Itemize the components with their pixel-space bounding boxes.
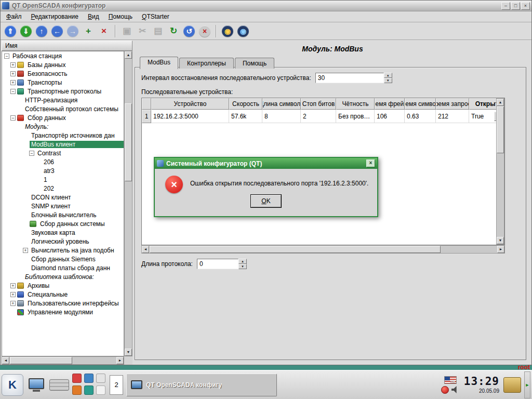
tray-klipper-icon[interactable] [441,386,449,394]
tree-item[interactable]: −Рабочая станция [2,51,124,60]
column-header-1[interactable]: Скорость [229,98,262,110]
tray-package-icon[interactable] [503,377,521,393]
expand-icon[interactable]: + [23,248,28,253]
tree-item[interactable]: Собственный протокол системы [2,104,124,113]
clock[interactable]: 13:29 20.05.09 [464,376,499,394]
tree-item[interactable]: +Архивы [2,281,124,290]
row-header[interactable]: 1 [142,110,151,123]
table-cell-6[interactable]: 0.63 [405,110,436,123]
close-icon[interactable]: × [521,2,530,10]
stop-icon[interactable]: × [197,24,212,38]
scroll-left-icon[interactable]: ◄ [142,246,149,253]
start-icon[interactable]: ↺ [182,24,196,38]
up-icon[interactable]: ↑ [34,24,49,38]
table-cell-4[interactable]: Без проверки [336,110,375,123]
kmenu-icon[interactable]: K [2,374,23,396]
keyboard-layout-icon[interactable]: us [444,376,457,384]
tree-item[interactable]: +Транспорты [2,78,124,87]
tree-item[interactable]: −Сбор данных [2,113,124,122]
tree-item[interactable]: atr3 [2,166,124,175]
quick-launch-icon-1[interactable] [72,374,82,383]
interval-value[interactable]: 30 [315,73,384,83]
expand-icon[interactable]: + [10,80,16,85]
dialog-close-icon[interactable]: × [366,159,375,167]
tree-item[interactable]: Сбор данных системы [2,219,124,228]
table-cell-0[interactable]: 192.16.2.3:5000 [151,110,229,123]
expand-icon[interactable]: + [10,301,16,306]
tree-item[interactable]: Управление модулями [2,308,124,316]
quick-launch-icon-5[interactable] [84,385,94,395]
expand-icon[interactable]: + [10,283,16,288]
tree-item[interactable]: Сбор данных Siemens [2,255,124,263]
column-header-6[interactable]: Время символа [405,98,436,110]
ok-button[interactable]: OK [251,195,281,207]
tree-item[interactable]: Блочный вычислитель [2,210,124,219]
scroll-right-icon[interactable]: ► [116,357,124,364]
menu-item-2[interactable]: Вид [83,11,104,22]
tree-item[interactable]: +Пользовательские интерфейсы [2,299,124,308]
tree-item[interactable]: 206 [2,157,124,166]
column-header-3[interactable]: Стоп битов [301,98,336,110]
table-cell-1[interactable]: 57.6k [229,110,262,123]
desktop-pager[interactable]: 2 [110,375,123,395]
spin-down-icon[interactable]: ▼ [238,264,247,269]
expand-icon[interactable]: + [10,62,16,68]
tab-help[interactable]: Помощь [235,58,274,69]
add-item-icon[interactable]: + [81,24,96,38]
menu-item-1[interactable]: Редактирование [26,11,83,22]
load-icon[interactable]: ⇑ [3,24,18,38]
scroll-right-icon[interactable]: ► [497,246,504,253]
table-vertical-scrollbar[interactable]: ▲ ▼ [496,98,504,245]
tree-item[interactable]: +Базы данных [2,60,124,69]
column-header-0[interactable]: Устройство [151,98,229,110]
panel-hide-button[interactable]: ► [524,371,530,398]
tree-item[interactable]: 202 [2,184,124,193]
tree-item[interactable]: ModBus клиент [2,140,124,149]
quick-launch-icon-2[interactable] [84,374,94,383]
menu-item-4[interactable]: QTStarter [137,11,174,22]
column-header-2[interactable]: Длина символа [262,98,301,110]
spin-down-icon[interactable]: ▼ [384,78,392,83]
show-desktop-icon[interactable] [26,375,46,395]
tree-item[interactable]: +Безопасность [2,69,124,78]
scroll-up-icon[interactable]: ▲ [125,51,132,59]
tree-item[interactable]: Diamond платы сбора данн [2,263,124,272]
expand-icon[interactable]: + [10,71,16,76]
minimize-icon[interactable]: – [501,2,510,10]
tree-column-header[interactable]: Имя [2,41,132,51]
tree-item[interactable]: 1 [2,175,124,184]
tree-item[interactable]: Логический уровень [2,237,124,246]
expand-icon[interactable]: + [10,292,16,297]
table-horizontal-scrollbar[interactable]: ◄ ► [141,245,505,254]
table-cell-3[interactable]: 2 [301,110,336,123]
tree-item[interactable]: Библиотека шаблонов: [2,272,124,281]
quick-launch-icon-4[interactable] [72,385,82,395]
column-header-4[interactable]: Чётность [336,98,375,110]
spin-up-icon[interactable]: ▲ [384,73,392,78]
table-cell-5[interactable]: 106 [375,110,405,123]
collapse-icon[interactable]: − [10,89,16,94]
tree-item[interactable]: Транспортёр источников дан [2,131,124,140]
tree-item[interactable]: +Вычислитель на java подобн [2,246,124,255]
tab-controllers[interactable]: Контроллеры [179,58,234,69]
scroll-down-icon[interactable]: ▼ [497,237,504,244]
scroll-left-icon[interactable]: ◄ [2,357,9,364]
dialog-titlebar[interactable]: Системный конфигуратор (QT) × [155,158,377,169]
quick-launch-icon-6[interactable] [96,385,105,395]
scroll-thumb[interactable] [125,103,132,181]
qtstarter-vision-dev-icon[interactable]: ◉ [236,24,250,38]
tree-horizontal-scrollbar[interactable]: ◄ ► [2,356,124,365]
protocol-length-value[interactable]: 0 [197,259,238,269]
volume-icon[interactable] [451,386,460,393]
collapse-icon[interactable]: − [29,151,34,156]
drawer-icon[interactable] [49,379,69,391]
maximize-icon[interactable]: □ [511,2,520,10]
tree-item[interactable]: −Транспортные протоколы [2,87,124,96]
scroll-thumb[interactable] [150,246,441,253]
tree-item[interactable]: HTTP-реализация [2,96,124,104]
collapse-icon[interactable]: − [10,115,16,121]
tab-modbus[interactable]: ModBus [140,57,178,69]
quick-launch-icon-3[interactable] [96,374,105,383]
qtstarter-vision-icon[interactable]: ◉ [220,24,235,38]
scroll-down-icon[interactable]: ▼ [125,349,132,356]
